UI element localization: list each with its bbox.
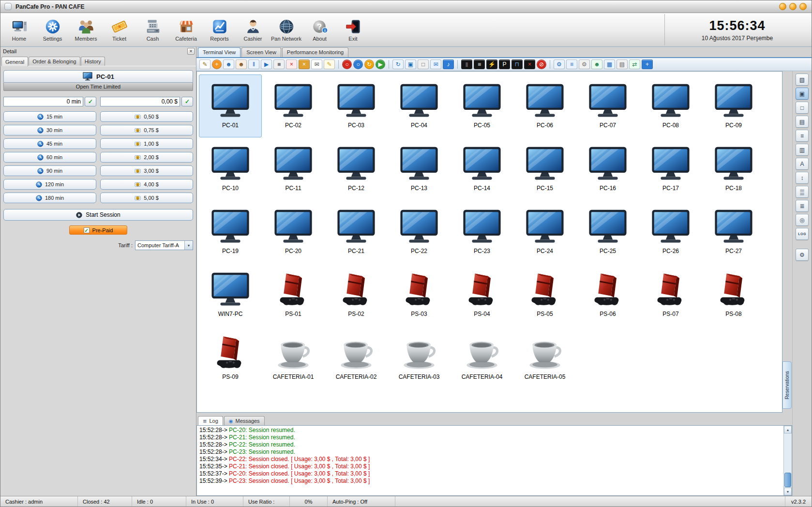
block-terminal-icon[interactable]: ⊘ bbox=[537, 60, 546, 69]
terminal-pc-18[interactable]: PC-18 bbox=[702, 137, 765, 200]
terminal-pc-17[interactable]: PC-17 bbox=[639, 137, 702, 200]
sort-icon[interactable]: ↕ bbox=[796, 172, 809, 184]
terminal-ps-09[interactable]: PS-09 bbox=[199, 326, 262, 389]
dropdown-arrow-icon[interactable]: ▼ bbox=[184, 241, 193, 250]
toolbar-cashier[interactable]: Cashier bbox=[236, 14, 270, 45]
terminal-ps-06[interactable]: PS-06 bbox=[576, 263, 639, 326]
terminal-cafeteria-02[interactable]: CAFETERIA-02 bbox=[325, 326, 388, 389]
terminal-pc-25[interactable]: PC-25 bbox=[576, 200, 639, 263]
terminal-ps-07[interactable]: PS-07 bbox=[639, 263, 702, 326]
cut-power-icon[interactable]: ⚡ bbox=[486, 60, 497, 69]
pause-session-icon[interactable]: ‖ bbox=[248, 60, 259, 69]
terminal-pc-02[interactable]: PC-02 bbox=[262, 75, 325, 137]
group-view-icon[interactable]: ▥ bbox=[796, 144, 809, 156]
terminal-pc-15[interactable]: PC-15 bbox=[513, 137, 576, 200]
terminal-cafeteria-03[interactable]: CAFETERIA-03 bbox=[388, 326, 451, 389]
unlock-terminal-icon[interactable]: × bbox=[524, 60, 535, 69]
add-time-icon[interactable]: + bbox=[212, 60, 222, 69]
user-accounts-icon[interactable]: ☻ bbox=[591, 60, 602, 69]
toolbar-members[interactable]: Members bbox=[69, 14, 103, 45]
zoom-icon[interactable]: ◎ bbox=[796, 214, 809, 226]
cancel-session-icon[interactable]: × bbox=[286, 60, 297, 69]
edit-session-icon[interactable]: ✎ bbox=[199, 60, 211, 69]
price-button-5-00[interactable]: 5,00 $ bbox=[100, 193, 193, 203]
terminal-ps-01[interactable]: PS-01 bbox=[262, 263, 325, 326]
terminal-pc-10[interactable]: PC-10 bbox=[199, 137, 262, 200]
shutdown-icon[interactable]: ○ bbox=[342, 60, 352, 69]
info-list-icon[interactable]: ≣ bbox=[796, 200, 809, 212]
scroll-down-button[interactable]: ▼ bbox=[784, 488, 792, 495]
tab-screen-view[interactable]: Screen View bbox=[241, 47, 281, 57]
detail-tab-history[interactable]: History bbox=[81, 57, 105, 66]
toolbar-pan-network[interactable]: Pan Network bbox=[270, 14, 303, 45]
screen-view-icon[interactable]: ▣ bbox=[796, 88, 809, 100]
toolbar-settings[interactable]: Settings bbox=[36, 14, 69, 45]
lock-terminal-icon[interactable]: ⊓ bbox=[511, 60, 523, 69]
minimize-button[interactable] bbox=[779, 3, 786, 10]
toolbar-ticket[interactable]: Ticket bbox=[103, 14, 136, 45]
toolbar-home[interactable]: Home bbox=[2, 14, 36, 45]
toolbar-cash[interactable]: Cash bbox=[136, 14, 169, 45]
apply-minutes-button[interactable]: ✓ bbox=[85, 97, 96, 106]
log-scrollbar[interactable]: ▲ ▼ bbox=[783, 426, 792, 495]
tools-icon[interactable]: ⚙ bbox=[796, 249, 809, 261]
ticket-cancel-icon[interactable]: × bbox=[299, 60, 310, 69]
chat-icon[interactable]: ✉ bbox=[430, 60, 441, 69]
detail-tab-order-belonging[interactable]: Order & Belonging bbox=[29, 57, 80, 66]
terminal-pc-04[interactable]: PC-04 bbox=[388, 75, 451, 137]
time-button-180-min[interactable]: 180 min bbox=[3, 193, 96, 203]
terminal-ps-03[interactable]: PS-03 bbox=[388, 263, 451, 326]
start-session-button[interactable]: Start Session bbox=[3, 209, 193, 221]
toolbar-exit[interactable]: Exit bbox=[336, 14, 370, 45]
detail-view-icon[interactable]: ▤ bbox=[796, 116, 809, 128]
time-button-120-min[interactable]: 120 min bbox=[3, 179, 96, 190]
scroll-track[interactable] bbox=[784, 433, 792, 488]
terminal-pc-23[interactable]: PC-23 bbox=[451, 200, 513, 263]
message-icon[interactable]: ✉ bbox=[311, 60, 322, 69]
terminal-pc-22[interactable]: PC-22 bbox=[388, 200, 451, 263]
terminal-pc-01[interactable]: PC-01 bbox=[199, 75, 262, 137]
terminal-pc-03[interactable]: PC-03 bbox=[325, 75, 388, 137]
reservations-tab[interactable]: Reservations bbox=[782, 361, 792, 409]
price-button-0-75[interactable]: 0,75 $ bbox=[100, 125, 193, 135]
log-tab-log[interactable]: ≣Log bbox=[198, 416, 223, 425]
terminal-win7-pc[interactable]: WIN7-PC bbox=[199, 263, 262, 326]
detail-tab-general[interactable]: General bbox=[1, 57, 28, 66]
terminal-pc-12[interactable]: PC-12 bbox=[325, 137, 388, 200]
terminal-pc-13[interactable]: PC-13 bbox=[388, 137, 451, 200]
scroll-up-button[interactable]: ▲ bbox=[784, 426, 792, 433]
terminal-ps-02[interactable]: PS-02 bbox=[325, 263, 388, 326]
price-button-2-00[interactable]: 2,00 $ bbox=[100, 152, 193, 163]
terminal-pc-14[interactable]: PC-14 bbox=[451, 137, 513, 200]
time-button-60-min[interactable]: 60 min bbox=[3, 152, 96, 163]
terminal-pc-27[interactable]: PC-27 bbox=[702, 200, 765, 263]
detail-close-button[interactable]: ✕ bbox=[187, 48, 195, 55]
time-button-15-min[interactable]: 15 min bbox=[3, 111, 96, 122]
terminal-ps-05[interactable]: PS-05 bbox=[513, 263, 576, 326]
remote-desktop-icon[interactable]: ▣ bbox=[405, 60, 416, 69]
services-icon[interactable]: ⚙ bbox=[579, 60, 590, 69]
volume-icon[interactable]: ♪ bbox=[443, 60, 454, 69]
tab-terminal-view[interactable]: Terminal View bbox=[198, 47, 241, 57]
toolbar-about[interactable]: About bbox=[303, 14, 336, 45]
terminal-pc-09[interactable]: PC-09 bbox=[702, 75, 765, 137]
amount-input[interactable] bbox=[100, 97, 180, 106]
toolbar-cafeteria[interactable]: Cafeteria bbox=[169, 14, 203, 45]
image-view-icon[interactable]: ▒ bbox=[796, 186, 809, 198]
list-view-icon[interactable]: ≡ bbox=[796, 130, 809, 142]
network-tools-icon[interactable]: ⇄ bbox=[629, 60, 640, 69]
lock-screen-icon[interactable]: ■ bbox=[474, 60, 485, 69]
terminal-pc-08[interactable]: PC-08 bbox=[639, 75, 702, 137]
terminal-pc-20[interactable]: PC-20 bbox=[262, 200, 325, 263]
tab-performance-monitoring[interactable]: Performance Monitoring bbox=[282, 47, 348, 57]
price-button-1-00[interactable]: 1,00 $ bbox=[100, 138, 193, 149]
processes-icon[interactable]: ⚙ bbox=[554, 60, 565, 69]
add-terminal-icon[interactable]: + bbox=[642, 60, 653, 69]
restart-icon[interactable]: ↻ bbox=[364, 60, 374, 69]
terminal-ps-04[interactable]: PS-04 bbox=[451, 263, 513, 326]
black-screen-icon[interactable]: ▮ bbox=[461, 60, 472, 69]
log-view-icon[interactable]: LOG bbox=[796, 228, 809, 240]
terminal-cafeteria-05[interactable]: CAFETERIA-05 bbox=[513, 326, 576, 389]
terminal-pc-16[interactable]: PC-16 bbox=[576, 137, 639, 200]
note-icon[interactable]: ✎ bbox=[324, 60, 335, 69]
